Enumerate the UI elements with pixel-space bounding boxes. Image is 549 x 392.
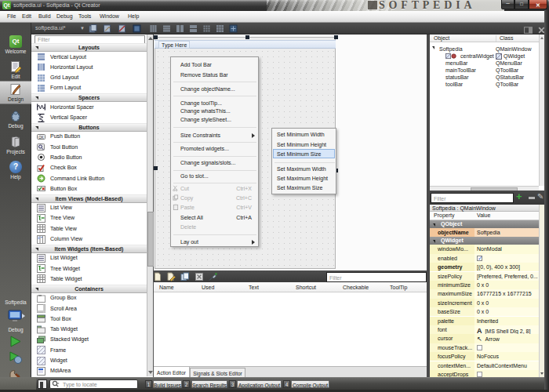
svg-text:OK: OK bbox=[38, 135, 44, 139]
